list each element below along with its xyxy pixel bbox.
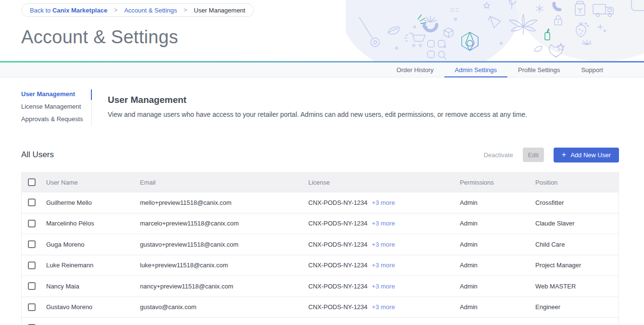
header-email: Email xyxy=(140,179,308,186)
row-checkbox-cell xyxy=(22,240,46,248)
sidebar-divider xyxy=(91,89,92,126)
leaf-icon-2 xyxy=(534,46,542,51)
license-more-link[interactable]: +3 more xyxy=(372,303,395,311)
chevron-right-icon: > xyxy=(114,7,117,13)
sidebar-item-license-management[interactable]: License Management xyxy=(21,103,88,110)
header-permissions: Permissions xyxy=(460,179,535,186)
breadcrumb: Back to Canix Marketplace > Account & Se… xyxy=(21,3,254,17)
deactivate-button[interactable]: Deactivate xyxy=(483,151,513,159)
settings-sidebar: User Management License Management Appro… xyxy=(21,91,88,128)
license-more-link[interactable]: +3 more xyxy=(372,283,395,290)
page: Back to Canix Marketplace > Account & Se… xyxy=(0,0,644,325)
row-checkbox-cell xyxy=(22,303,46,311)
user-name-cell: Marcelinho Pélos xyxy=(46,220,140,227)
header-illustration xyxy=(346,0,644,61)
header-checkbox-cell xyxy=(22,178,46,186)
users-table: User Name Email License Permissions Posi… xyxy=(21,172,619,325)
license-more-link[interactable]: +3 more xyxy=(372,220,395,227)
position-cell: Crossfitter xyxy=(535,199,619,206)
breadcrumb-back-bold: Canix Marketplace xyxy=(52,7,107,14)
row-checkbox-cell xyxy=(22,282,46,290)
license-value: CNX-PODS-NY-1234 xyxy=(308,220,367,227)
section-description: View and manage users who have access to… xyxy=(108,110,619,119)
permissions-cell: Admin xyxy=(460,241,535,248)
tab-admin-settings[interactable]: Admin Settings xyxy=(444,62,507,77)
table-header-row: User Name Email License Permissions Posi… xyxy=(22,173,619,192)
license-cell: CNX-PODS-NY-1234 +3 more xyxy=(308,283,460,290)
row-checkbox[interactable] xyxy=(28,240,36,248)
license-value: CNX-PODS-NY-1234 xyxy=(308,199,367,206)
row-checkbox-cell xyxy=(22,220,46,227)
user-name-cell: Gustavo Moreno xyxy=(46,303,140,311)
user-name-cell: Luke Reinemann xyxy=(46,262,140,269)
position-cell: Claude Slaver xyxy=(535,220,619,227)
add-new-user-label: Add New User xyxy=(570,151,611,159)
permissions-cell: Admin xyxy=(460,303,535,311)
add-new-user-button[interactable]: +Add New User xyxy=(554,148,619,162)
row-checkbox[interactable] xyxy=(28,199,36,206)
table-row: Gustavo Moreno gustavo@canix.com CNX-POD… xyxy=(22,297,619,318)
user-name-cell: Nancy Maia xyxy=(46,283,140,290)
header-position: Position xyxy=(535,179,619,186)
license-more-link[interactable]: +3 more xyxy=(372,262,395,269)
header-license: License xyxy=(308,179,460,186)
row-checkbox[interactable] xyxy=(28,220,36,227)
email-cell: marcelo+preview11518@canix.com xyxy=(140,220,308,227)
header-illustration-svg xyxy=(346,0,644,61)
position-cell: Project Manager xyxy=(535,262,619,269)
license-more-link[interactable]: +3 more xyxy=(372,199,395,206)
table-row: Marcelinho Pélos marcelo+preview11518@ca… xyxy=(22,213,619,234)
breadcrumb-back-prefix: Back to xyxy=(30,7,52,14)
row-checkbox[interactable] xyxy=(28,303,36,311)
permissions-cell: Admin xyxy=(460,199,535,206)
license-cell: CNX-PODS-NY-1234 +3 more xyxy=(308,262,460,269)
tab-bar: Order History Admin Settings Profile Set… xyxy=(0,62,644,77)
row-checkbox[interactable] xyxy=(28,282,36,290)
table-row: Guilherme Mello mello+preview11518@canix… xyxy=(22,192,619,213)
header-user-name: User Name xyxy=(46,179,140,186)
permissions-cell: Admin xyxy=(460,283,535,290)
sidebar-item-user-management[interactable]: User Management xyxy=(21,91,88,98)
edit-button[interactable]: Edit xyxy=(523,148,544,162)
tab-support[interactable]: Support xyxy=(570,62,614,77)
table-body: Guilherme Mello mello+preview11518@canix… xyxy=(22,192,619,317)
row-checkbox[interactable] xyxy=(28,262,36,269)
list-title: All Users xyxy=(21,150,54,160)
position-cell: Engineer xyxy=(535,303,619,311)
page-title: Account & Settings xyxy=(21,27,178,48)
select-all-checkbox[interactable] xyxy=(28,178,36,186)
license-cell: CNX-PODS-NY-1234 +3 more xyxy=(308,199,460,206)
table-row: Guga Moreno gustavo+preview11518@canix.c… xyxy=(22,234,619,255)
breadcrumb-account-settings-link[interactable]: Account & Settings xyxy=(124,7,177,14)
breadcrumb-back-link[interactable]: Back to Canix Marketplace xyxy=(30,7,107,14)
license-cell: CNX-PODS-NY-1234 +3 more xyxy=(308,220,460,227)
email-cell: gustavo@canix.com xyxy=(140,303,308,311)
license-more-link[interactable]: +3 more xyxy=(372,241,395,248)
permissions-cell: Admin xyxy=(460,220,535,227)
breadcrumb-current: User Management xyxy=(194,7,245,14)
license-value: CNX-PODS-NY-1234 xyxy=(308,241,367,248)
email-cell: mello+preview11518@canix.com xyxy=(140,199,308,206)
table-row: Nancy Maia nancy+preview11518@canix.com … xyxy=(22,275,619,297)
tab-order-history[interactable]: Order History xyxy=(386,62,444,77)
email-cell: gustavo+preview11518@canix.com xyxy=(140,241,308,248)
chevron-right-icon: > xyxy=(184,7,187,13)
user-name-cell: Guga Moreno xyxy=(46,241,140,248)
table-row-partial xyxy=(22,317,619,325)
table-row: Luke Reinemann luke+preview11518@canix.c… xyxy=(22,255,619,276)
sidebar-item-approvals-requests[interactable]: Approvals & Requests xyxy=(21,116,88,123)
license-value: CNX-PODS-NY-1234 xyxy=(308,262,367,269)
license-value: CNX-PODS-NY-1234 xyxy=(308,303,367,311)
section-title: User Management xyxy=(108,95,187,105)
sidebar-active-indicator xyxy=(91,89,92,100)
license-value: CNX-PODS-NY-1234 xyxy=(308,283,367,290)
tab-profile-settings[interactable]: Profile Settings xyxy=(507,62,570,77)
permissions-cell: Admin xyxy=(460,262,535,269)
user-name-cell: Guilherme Mello xyxy=(46,199,140,206)
license-cell: CNX-PODS-NY-1234 +3 more xyxy=(308,303,460,311)
toolbar: Deactivate Edit +Add New User xyxy=(483,148,619,162)
row-checkbox-cell xyxy=(22,262,46,269)
list-header: All Users Deactivate Edit +Add New User xyxy=(21,147,619,163)
position-cell: Child Care xyxy=(535,241,619,248)
plus-icon: + xyxy=(562,151,566,159)
